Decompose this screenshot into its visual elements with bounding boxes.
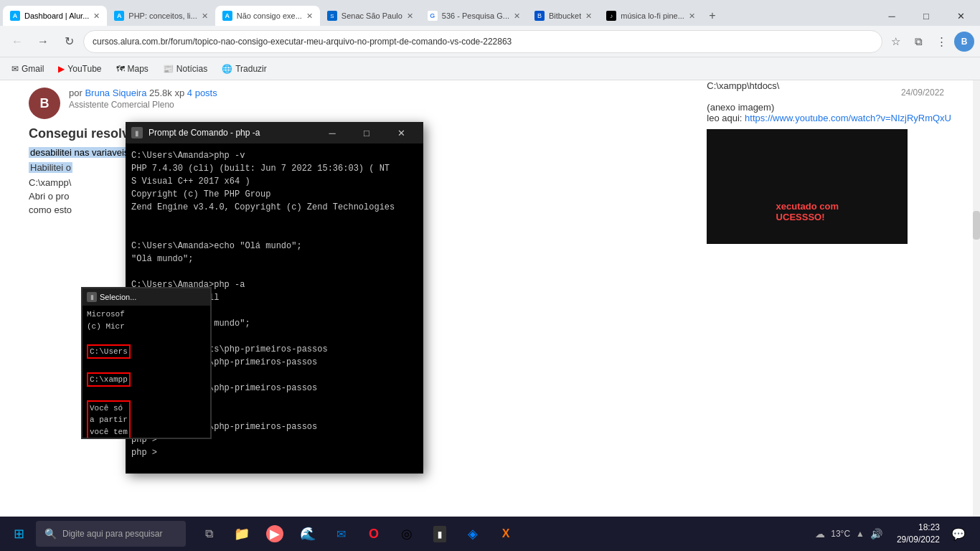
video-prefix: leo aqui: [707,113,745,123]
close-window-button[interactable]: ✕ [944,6,977,26]
page-scrollbar[interactable] [973,80,980,517]
maximize-button[interactable]: □ [910,6,943,26]
gmail-icon: ✉ [11,64,19,74]
nested-cmd-title: Selecion... [97,293,206,301]
taskbar-edge[interactable]: 🌊 [292,518,324,550]
bookmark-star-icon[interactable]: ☆ [885,32,905,52]
cmd-line-blank1 [131,214,418,227]
tab-nao-consigo[interactable]: A Não consigo exe... ✕ [215,6,320,26]
success-line1: xecutado com [776,201,839,212]
video-link[interactable]: https://www.youtube.com/watch?v=NIzjRyRm… [745,113,951,123]
tab-label-senac: Senac São Paulo [341,11,402,20]
tab-close-google[interactable]: ✕ [514,11,520,21]
tab-lofi[interactable]: ♪ música lo-fi pine... ✕ [599,6,702,26]
tab-alura1[interactable]: A Dashboard | Alur... ✕ [3,6,107,26]
tab-php[interactable]: A PHP: conceitos, li... ✕ [107,6,215,26]
bookmark-maps[interactable]: 🗺 Maps [110,62,154,75]
tab-favicon-php: A [114,11,124,21]
taskbar-task-view[interactable]: ⧉ [193,518,225,550]
tab-label-php: PHP: conceitos, li... [128,11,197,20]
taskbar-file-explorer[interactable]: 📁 [226,518,258,550]
nested-red-line3: você tem [90,426,128,438]
tab-label-lofi: música lo-fi pine... [621,11,684,20]
taskbar-opera[interactable]: O [358,518,390,550]
new-tab-button[interactable]: + [702,6,722,26]
taskbar-search-icon: 🔍 [44,528,57,540]
noticias-label: Notícias [176,64,207,74]
success-line2: UCESSSO! [776,212,839,222]
url-bar[interactable] [83,30,882,53]
cmd-line-2: PHP 7.4.30 (cli) (built: Jun 7 2022 15:3… [131,162,418,175]
taskbar-terminal[interactable]: ▮ [424,518,456,550]
extensions-icon[interactable]: ⧉ [908,32,928,52]
tab-label-nao-consigo: Não consigo exe... [237,11,302,20]
tab-bitbucket[interactable]: B Bitbucket ✕ [527,6,599,26]
cmd-minimize-button[interactable]: ─ [316,122,349,143]
bookmark-traduzir[interactable]: 🌐 Traduzir [216,62,273,75]
bookmarks-bar: ✉ Gmail ▶ YouTube 🗺 Maps 📰 Notícias 🌐 Tr… [0,57,980,80]
tab-close-lofi[interactable]: ✕ [689,11,695,21]
cmd-line-3: S Visual C++ 2017 x64 ) [131,175,418,188]
right-path: C:\xampp\htdocs\ [707,80,779,91]
tab-favicon-nao-consigo: A [222,11,232,21]
taskbar-vscode[interactable]: ◈ [457,518,489,550]
taskbar-email[interactable]: ✉ [325,518,357,550]
profile-avatar[interactable]: B [954,32,974,52]
page-content: B por Bruna Siqueira 25.8k xp 4 posts As… [0,80,980,517]
show-desktop-button[interactable] [971,517,977,551]
start-button[interactable]: ⊞ [3,518,34,550]
file-explorer-icon: 📁 [234,526,250,542]
tab-bar: A Dashboard | Alur... ✕ A PHP: conceitos… [0,0,980,26]
tab-label-google: 536 - Pesquisa G... [442,11,509,20]
avatar-initial: B [40,96,50,111]
taskbar-search-bar[interactable]: 🔍 [36,521,186,547]
taskbar-search-input[interactable] [62,529,177,539]
tab-close-alura1[interactable]: ✕ [93,11,100,21]
author-avatar: B [29,88,60,119]
tab-close-nao-consigo[interactable]: ✕ [306,11,313,21]
nested-red-box-1: C:\Users [87,344,131,359]
bookmark-gmail[interactable]: ✉ Gmail [6,62,50,75]
youtube-music-icon: ▶ [266,525,283,542]
author-by: por [69,88,85,98]
minimize-button[interactable]: ─ [875,6,908,26]
refresh-button[interactable]: ↻ [57,30,80,53]
nested-red-box-3: Você só a partir você tem Adeus! [87,400,131,438]
forward-button[interactable]: → [32,30,55,53]
bookmark-noticias[interactable]: 📰 Notícias [157,62,213,75]
scrollbar-thumb[interactable] [973,211,980,240]
video-thumbnail: xecutado com UCESSSO! [707,129,908,244]
volume-icon: 🔊 [870,528,882,540]
post-count[interactable]: 4 posts [187,88,217,98]
xampp-icon: X [502,527,510,540]
author-name[interactable]: Bruna Siqueira [85,88,146,98]
taskbar-clock[interactable]: 18:23 29/09/2022 [891,522,946,546]
sys-icons: ☁ 13°C ▲ 🔊 [809,528,888,540]
tab-close-php[interactable]: ✕ [202,11,208,21]
chrome-icon: ◎ [401,526,413,542]
bookmark-youtube[interactable]: ▶ YouTube [52,62,107,75]
nested-cmd-window[interactable]: ▮ Selecion... Microsof (c) Micr C:\Users… [81,287,212,439]
menu-icon[interactable]: ⋮ [931,32,951,52]
cmd-maximize-button[interactable]: □ [350,122,383,143]
tab-close-senac[interactable]: ✕ [407,11,413,21]
notification-button[interactable]: 💬 [948,524,969,544]
tab-favicon-alura1: A [10,11,20,21]
tab-favicon-lofi: ♪ [606,11,616,21]
traduzir-icon: 🌐 [222,64,232,74]
taskbar-youtube-music[interactable]: ▶ [259,518,291,550]
taskbar-xampp[interactable]: X [490,518,522,550]
maps-icon: 🗺 [116,64,125,74]
anexo-text: (anexo imagem) [707,102,774,113]
cmd-line-5: Zend Engine v3.4.0, Copyright (c) Zend T… [131,201,418,214]
tab-senac[interactable]: S Senac São Paulo ✕ [320,6,420,26]
nested-cmd-titlebar: ▮ Selecion... [83,288,210,306]
cmd-line-7: "Olá mundo"; [131,253,418,265]
noticias-icon: 📰 [163,64,174,74]
cmd-close-button[interactable]: ✕ [385,122,418,143]
tab-close-bitbucket[interactable]: ✕ [585,11,592,21]
nested-red-line1: Você só [90,402,128,415]
tab-google[interactable]: G 536 - Pesquisa G... ✕ [420,6,527,26]
taskbar-chrome[interactable]: ◎ [391,518,423,550]
back-button[interactable]: ← [6,30,29,53]
